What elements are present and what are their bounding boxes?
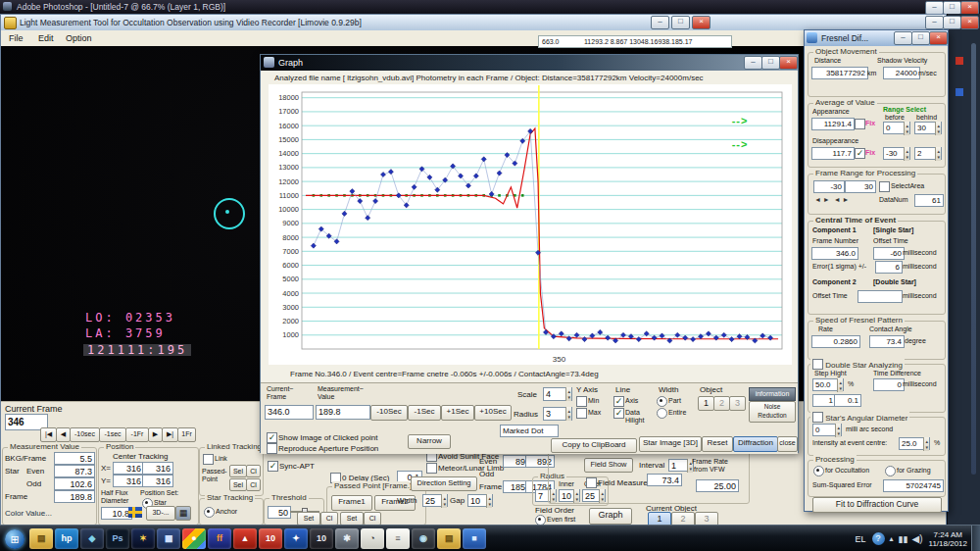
diffraction-button[interactable]: Diffraction (733, 436, 778, 452)
show-image-checkbox[interactable]: ✓ (267, 432, 277, 443)
fresnel-minimize-button[interactable]: – (894, 31, 912, 45)
firefox-icon[interactable]: ff (208, 528, 231, 549)
angular-value-spinner[interactable]: 0 (812, 424, 842, 436)
linked-sel-button-2[interactable]: Sel (229, 478, 247, 491)
cl-button-2[interactable]: Cl (364, 512, 381, 526)
show-desktop-button[interactable] (971, 526, 980, 551)
data-hilight-checkbox[interactable]: ✓ (613, 408, 624, 419)
fwd-1sec-graph-button[interactable]: +1Sec (441, 405, 474, 421)
clock-icon[interactable]: ◔ (361, 528, 384, 549)
ps-minimize-button[interactable]: – (925, 1, 944, 15)
volume-icon[interactable]: ◀) (912, 533, 923, 544)
menu-edit[interactable]: Edit (38, 33, 54, 43)
network-icon[interactable]: ▮▮ (899, 534, 908, 544)
linked-cl-button-1[interactable]: Cl (246, 465, 261, 477)
linked-cl-button-2[interactable]: Cl (246, 478, 261, 491)
chrome-icon[interactable]: ● (182, 528, 206, 549)
intensity-spinner[interactable]: 25.0 (899, 437, 930, 450)
distance-value[interactable]: 358177292 (811, 67, 868, 79)
noise-reduction-button[interactable]: Noise Reduction (749, 401, 796, 423)
disappearance-before-spinner[interactable]: -30 (883, 147, 910, 160)
anchor-radio[interactable] (204, 507, 215, 518)
menu-file[interactable]: File (9, 33, 24, 43)
folder2-icon[interactable]: ▤ (437, 528, 461, 549)
appearance-behind-spinner[interactable]: 30 (914, 122, 942, 134)
object-3-button[interactable]: 3 (729, 396, 746, 411)
appearance-fix-checkbox[interactable] (855, 119, 865, 129)
copy-clipboard-button[interactable]: Copy to ClipBoard (551, 438, 637, 453)
flag-icon[interactable] (128, 507, 142, 518)
cl-button-1[interactable]: Cl (320, 512, 338, 526)
swatch-red[interactable] (956, 57, 963, 65)
fwd-10sec-graph-button[interactable]: +10Sec (474, 405, 512, 421)
language-indicator[interactable]: EL (856, 534, 866, 544)
limovie-minimize-button[interactable]: – (651, 16, 669, 29)
ps-restore-button[interactable]: □ (943, 1, 961, 15)
display-icon[interactable]: ■ (463, 528, 486, 549)
capture-icon[interactable]: ◉ (412, 528, 435, 549)
select-area-checkbox[interactable] (879, 181, 890, 192)
set-button-2[interactable]: Set (340, 512, 364, 526)
width-part-radio[interactable] (657, 396, 667, 407)
axis-checkbox[interactable]: ✓ (613, 396, 624, 407)
panel-scrollbar[interactable] (971, 43, 976, 475)
aperture-circle[interactable] (214, 198, 245, 229)
limovie-10b-icon[interactable]: 10 (310, 528, 333, 549)
link-checkbox[interactable] (203, 454, 214, 465)
offset-time-value[interactable]: -60 (873, 247, 905, 260)
planetarium-icon[interactable]: ✶ (131, 528, 155, 549)
graph-meas-value[interactable]: 189.8 (316, 405, 370, 420)
color-value-link[interactable]: Color Value... (5, 509, 52, 518)
tray-time[interactable]: 7:24 AM (929, 530, 967, 539)
for-grazing-radio[interactable] (885, 466, 896, 476)
frame-range-arrows[interactable]: ◄ ► ◄ ► (814, 196, 850, 204)
grid-button[interactable]: ▦ (175, 506, 191, 521)
limovie-restore-button[interactable]: □ (671, 16, 690, 29)
narrow-button[interactable]: Narrow (408, 434, 451, 449)
direction-setting-button[interactable]: Direction Setting (411, 476, 477, 491)
object-2-button[interactable]: 2 (713, 396, 730, 411)
swatch-blue[interactable] (956, 88, 963, 96)
play-button[interactable]: ▶ (148, 427, 163, 442)
interval-spinner[interactable]: 1 (668, 459, 694, 472)
angular-diameter-checkbox[interactable] (812, 412, 823, 423)
for-occultation-radio[interactable] (813, 466, 824, 476)
set-button-1[interactable]: Set (297, 512, 320, 526)
back-1frame-button[interactable]: -1Fr (125, 427, 149, 442)
frame-range-from[interactable]: -30 (813, 180, 845, 193)
notepad-icon[interactable]: ≡ (386, 528, 410, 549)
reset-button[interactable]: Reset (702, 436, 733, 452)
double-star-checkbox[interactable] (812, 359, 823, 370)
ratio2-value[interactable]: 0.1 (834, 394, 861, 407)
graph-minimize-button[interactable]: – (744, 56, 762, 70)
start-button[interactable]: ⊞ (5, 529, 24, 549)
doc-restore-button[interactable]: □ (943, 16, 961, 29)
step-back-button[interactable]: ◀ (56, 427, 71, 442)
back-10sec-graph-button[interactable]: -10Sec (370, 405, 408, 421)
yaxis-min-checkbox[interactable] (576, 396, 587, 407)
explorer-icon[interactable]: ▤ (29, 528, 53, 549)
appearance-before-spinner[interactable]: 0 (883, 122, 910, 134)
fit-diffraction-button[interactable]: Fit to Diffraction Curve (812, 497, 942, 513)
graph-restore-button[interactable]: □ (761, 56, 780, 70)
limovie-app-icon[interactable]: ▦ (157, 528, 180, 549)
graph-button[interactable]: Graph (589, 508, 632, 525)
linked-sel-button-1[interactable]: Sel (229, 465, 247, 477)
scale-spinner[interactable]: 4 (543, 387, 572, 401)
gear-icon[interactable]: ✱ (335, 528, 359, 549)
velocity-value[interactable]: 24000 (883, 67, 920, 79)
tray-date[interactable]: 11/18/2012 (929, 539, 967, 548)
back-10sec-button[interactable]: -10sec (70, 427, 100, 442)
tray-expand-icon[interactable]: ▴ (890, 534, 894, 543)
help-icon[interactable]: ? (872, 532, 885, 545)
radius-spinner[interactable]: 3 (543, 407, 572, 421)
photoshop-icon[interactable]: Ps (106, 528, 129, 549)
frame1-button[interactable]: Frame1 (331, 495, 372, 511)
menu-option[interactable]: Option (66, 33, 92, 43)
step-hight-spinner[interactable]: 50.0 (812, 378, 844, 391)
frame-number-value[interactable]: 346.0 (811, 247, 858, 260)
field-measure-checkbox[interactable] (586, 477, 597, 488)
seek-end-button[interactable]: ▶| (162, 427, 178, 442)
fresnel-close-button[interactable]: × (929, 31, 948, 45)
threshold-value[interactable]: 50 (268, 506, 291, 519)
